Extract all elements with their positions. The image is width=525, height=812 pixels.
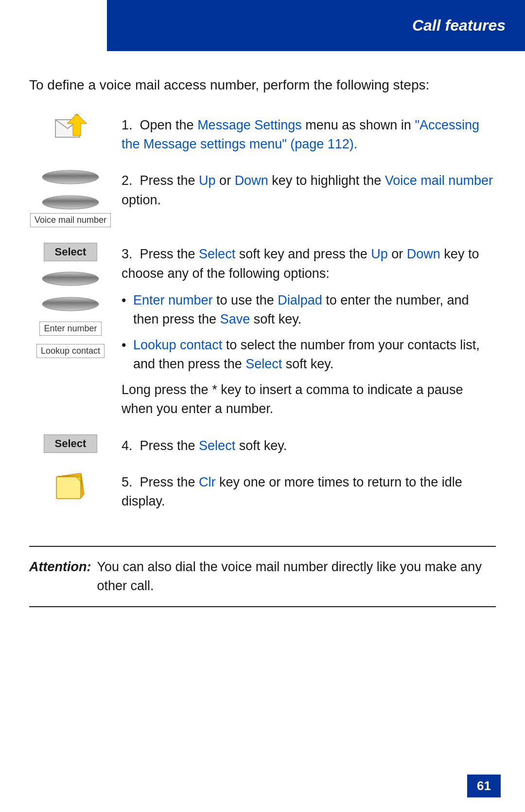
link-clr[interactable]: Clr [199, 475, 216, 489]
link-down-step3[interactable]: Down [407, 247, 440, 261]
link-up-step2[interactable]: Up [199, 173, 216, 188]
link-select-lookup[interactable]: Select [245, 357, 282, 371]
nav-discs-step2 [41, 169, 100, 210]
svg-point-4 [42, 196, 99, 209]
step-3-number: 3. [122, 247, 140, 261]
link-select-step3[interactable]: Select [199, 247, 235, 261]
envelope-icon [53, 114, 88, 143]
svg-rect-9 [56, 477, 81, 499]
step-4-icon: Select [29, 434, 112, 453]
page-number: 61 [467, 775, 501, 797]
header: Call features [107, 0, 525, 51]
link-down-step2[interactable]: Down [235, 173, 268, 188]
step-4-content: 4. Press the Select soft key. [122, 434, 496, 455]
step-2-content: 2. Press the Up or Down key to highlight… [122, 169, 496, 209]
step-3-icon: Select [29, 243, 112, 358]
link-save[interactable]: Save [220, 312, 250, 326]
svg-point-5 [42, 272, 99, 286]
link-message-settings[interactable]: Message Settings [197, 118, 302, 132]
option-enter-number: Enter number to use the Dialpad to enter… [122, 291, 496, 329]
voice-mail-label: Voice mail number [30, 213, 111, 227]
step-5-content: 5. Press the Clr key one or more times t… [122, 471, 496, 511]
step-2: Voice mail number 2. Press the Up or Dow… [29, 169, 496, 227]
attention-box: Attention: You can also dial the voice m… [29, 546, 496, 607]
step-5: 5. Press the Clr key one or more times t… [29, 471, 496, 511]
link-dialpad[interactable]: Dialpad [278, 293, 322, 307]
enter-number-label: Enter number [39, 322, 101, 336]
option-lookup-contact: Lookup contact to select the number from… [122, 336, 496, 374]
select-button-step3[interactable]: Select [44, 243, 98, 261]
disc-bottom-s3 [41, 296, 100, 312]
header-title: Call features [412, 17, 506, 35]
step-1-content: 1. Open the Message Settings menu as sho… [122, 114, 496, 154]
attention-text: You can also dial the voice mail number … [97, 558, 496, 595]
step-1: 1. Open the Message Settings menu as sho… [29, 114, 496, 154]
disc-top [41, 169, 100, 185]
link-up-step3[interactable]: Up [371, 247, 388, 261]
svg-point-6 [42, 297, 99, 311]
lookup-contact-label: Lookup contact [36, 344, 105, 358]
long-press-note: Long press the * key to insert a comma t… [122, 380, 496, 418]
main-content: To define a voice mail access number, pe… [29, 51, 496, 763]
options-list: Enter number to use the Dialpad to enter… [122, 291, 496, 374]
step-1-icon [29, 114, 112, 143]
link-enter-number[interactable]: Enter number [133, 293, 213, 307]
disc-bottom [41, 195, 100, 210]
svg-point-3 [42, 170, 99, 184]
step-3-content: 3. Press the Select soft key and press t… [122, 243, 496, 418]
pages-icon [52, 471, 89, 503]
step-5-icon [29, 471, 112, 503]
step-5-number: 5. [122, 475, 140, 489]
link-voice-mail-number[interactable]: Voice mail number [385, 173, 493, 188]
step-1-number: 1. [122, 118, 140, 132]
steps-container: 1. Open the Message Settings menu as sho… [29, 114, 496, 526]
step-2-icon: Voice mail number [29, 169, 112, 227]
link-lookup-contact[interactable]: Lookup contact [133, 338, 222, 352]
step-3: Select [29, 243, 496, 418]
step-4-number: 4. [122, 438, 140, 453]
select-button-step4[interactable]: Select [44, 434, 98, 453]
attention-label: Attention: [29, 558, 91, 595]
link-select-step4[interactable]: Select [199, 438, 235, 453]
step-2-number: 2. [122, 173, 140, 188]
intro-text: To define a voice mail access number, pe… [29, 75, 496, 94]
step-4: Select 4. Press the Select soft key. [29, 434, 496, 455]
nav-discs-step3 [41, 271, 100, 312]
disc-top-s3 [41, 271, 100, 287]
